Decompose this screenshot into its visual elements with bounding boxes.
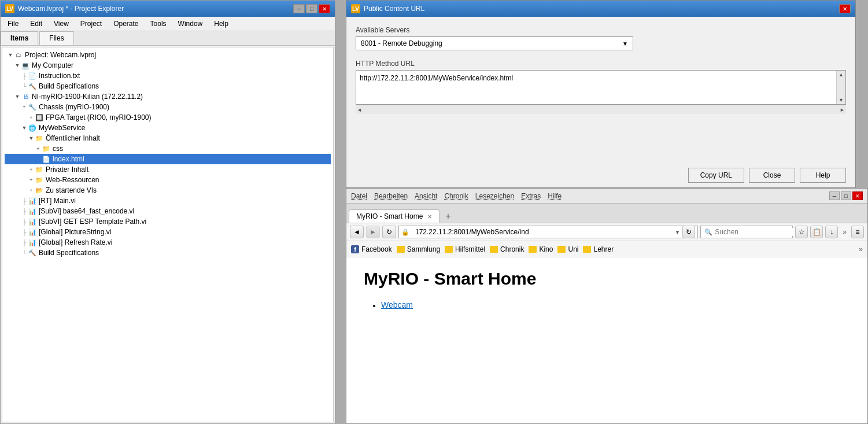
tree-item-css[interactable]: + 📁 css	[5, 143, 331, 154]
expand-webres[interactable]: +	[28, 176, 35, 183]
tree-item-instruction[interactable]: ├ 📄 Instruction.txt	[5, 71, 331, 81]
bookmark-uni[interactable]: Uni	[557, 245, 578, 253]
menu-project[interactable]: Project	[78, 19, 104, 29]
bookmark-kino[interactable]: Kino	[529, 245, 553, 253]
browser-minimize-button[interactable]: ─	[829, 191, 840, 200]
tab-close-icon[interactable]: ✕	[427, 213, 432, 220]
minimize-button[interactable]: ─	[293, 4, 305, 13]
menu-help[interactable]: Help	[212, 19, 231, 29]
close-button[interactable]: Close	[749, 168, 795, 183]
available-servers-dropdown[interactable]: 8001 - Remote Debugging ▼	[356, 36, 633, 50]
menu-hilfe[interactable]: Hilfe	[548, 192, 562, 200]
close-button[interactable]: ✕	[319, 4, 330, 13]
menu-view[interactable]: View	[51, 19, 71, 29]
url-scrollbar-horizontal[interactable]: ◄ ►	[356, 105, 846, 114]
bookmark-chronik[interactable]: Chronik	[490, 245, 524, 253]
tab-files[interactable]: Files	[39, 31, 73, 45]
expand-fpga[interactable]: +	[28, 114, 35, 121]
tree-item-startvi[interactable]: + 📂 Zu startende VIs	[5, 185, 331, 196]
expand-css[interactable]: +	[35, 145, 42, 152]
search-input[interactable]	[715, 228, 801, 236]
private-label: Privater Inhalt	[46, 165, 88, 174]
global2-icon: 📊	[28, 238, 37, 247]
menu-datei[interactable]: Datei	[351, 192, 367, 200]
menu-ansicht[interactable]: Ansicht	[415, 192, 437, 200]
copy-url-button[interactable]: Copy URL	[688, 168, 744, 183]
html-icon: 📄	[42, 154, 51, 164]
menu-extras[interactable]: Extras	[521, 192, 541, 200]
tree-item-buildspec2[interactable]: └ 🔨 Build Specifications	[5, 248, 331, 258]
menu-chronik[interactable]: Chronik	[444, 192, 468, 200]
menu-edit[interactable]: Edit	[28, 19, 45, 29]
dialog-close-x-button[interactable]: ✕	[839, 4, 851, 13]
menu-bearbeiten[interactable]: Bearbeiten	[374, 192, 408, 200]
expand-mycomputer[interactable]: ▼	[14, 62, 21, 69]
webcam-link[interactable]: Webcam	[381, 300, 413, 309]
tree-item-global1[interactable]: ├ 📊 [Global] PictureString.vi	[5, 227, 331, 237]
expand-project[interactable]: ▼	[7, 51, 14, 58]
tree-item-subvi2[interactable]: ├ 📊 [SubVI] GET ESP Template Path.vi	[5, 216, 331, 227]
forward-button[interactable]: ►	[366, 226, 380, 238]
help-button[interactable]: Help	[800, 168, 846, 183]
tree-item-buildspec1[interactable]: └ 🔨 Build Specifications	[5, 81, 331, 91]
project-explorer-titlebar: LV Webcam.lvproj * - Project Explorer ─ …	[1, 1, 335, 17]
tree-item-mycomputer[interactable]: ▼ 💻 My Computer	[5, 60, 331, 71]
tree-item-public[interactable]: ▼ 📁 Öffentlicher Inhalt	[5, 133, 331, 143]
menu-tools[interactable]: Tools	[148, 19, 169, 29]
connector: └	[21, 250, 28, 256]
folder-icon-5	[557, 246, 566, 253]
expand-startvi[interactable]: +	[28, 187, 35, 194]
tree-item-mainvi[interactable]: ├ 📊 [RT] Main.vi	[5, 196, 331, 206]
tab-items[interactable]: Items	[1, 31, 38, 45]
tree-item-subvi1[interactable]: ├ 📊 [SubVi] base64_fast_encode.vi	[5, 206, 331, 216]
url-text-box[interactable]: http://172.22.11.2:8001/MyWebService/ind…	[356, 70, 846, 105]
tree-item-project[interactable]: ▼ 🗂 Project: Webcam.lvproj	[5, 50, 331, 60]
buildspec1-label: Build Specifications	[39, 82, 99, 90]
project-tree[interactable]: ▼ 🗂 Project: Webcam.lvproj ▼ 💻 My Comput…	[2, 47, 334, 422]
connector: ├	[21, 73, 28, 79]
menu-window[interactable]: Window	[176, 19, 205, 29]
tree-item-webres[interactable]: + 📁 Web-Ressourcen	[5, 175, 331, 185]
browser-menu-button[interactable]: ≡	[851, 226, 864, 238]
new-tab-button[interactable]: +	[441, 210, 455, 223]
scroll-down-arrow[interactable]: ▼	[837, 96, 845, 104]
url-scrollbar-vertical[interactable]: ▲ ▼	[836, 71, 845, 104]
bookmark-lehrer[interactable]: Lehrer	[583, 245, 614, 253]
browser-maximize-button[interactable]: □	[841, 191, 851, 200]
scroll-left-arrow[interactable]: ◄	[356, 106, 363, 114]
expand-public[interactable]: ▼	[28, 135, 35, 142]
tree-item-chassis[interactable]: + 🔧 Chassis (myRIO-1900)	[5, 102, 331, 112]
maximize-button[interactable]: □	[306, 4, 317, 13]
tree-item-indexhtml[interactable]: 📄 index.html	[5, 154, 331, 164]
scroll-right-arrow[interactable]: ►	[839, 106, 846, 114]
refresh-small-button[interactable]: ↻	[682, 226, 695, 238]
bookmark-facebook[interactable]: f Facebook	[351, 245, 392, 253]
expand-chassis[interactable]: +	[21, 104, 28, 110]
menu-lesezeichen[interactable]: Lesezeichen	[475, 192, 514, 200]
back-button[interactable]: ◄	[350, 226, 364, 238]
expand-ni-myrio[interactable]: ▼	[14, 93, 21, 100]
instruction-label: Instruction.txt	[39, 72, 80, 80]
reload-button[interactable]: ↻	[382, 226, 396, 238]
bookmark-page-button[interactable]: 📋	[810, 226, 823, 238]
download-button[interactable]: ↓	[825, 226, 838, 238]
bookmark-sammlung[interactable]: Sammlung	[397, 245, 440, 253]
tree-item-fpga[interactable]: + 🔲 FPGA Target (RIO0, myRIO-1900)	[5, 112, 331, 123]
tree-item-global2[interactable]: ├ 📊 [Global] Refresh Rate.vi	[5, 237, 331, 248]
expand-webservice[interactable]: ▼	[21, 124, 28, 131]
browser-close-button[interactable]: ✕	[852, 191, 863, 200]
tree-item-ni-myrio[interactable]: ▼ 🖥 NI-myRIO-1900-Kilian (172.22.11.2)	[5, 91, 331, 102]
menu-operate[interactable]: Operate	[111, 19, 141, 29]
browser-tab-myrio[interactable]: MyRIO - Smart Home ✕	[349, 209, 439, 223]
address-dropdown-icon[interactable]: ▼	[674, 229, 680, 235]
tree-item-private[interactable]: + 📁 Privater Inhalt	[5, 164, 331, 175]
bookmark-star-button[interactable]: ☆	[795, 226, 808, 238]
address-input[interactable]	[412, 226, 672, 238]
more-tools-button[interactable]: »	[840, 227, 849, 237]
expand-private[interactable]: +	[28, 166, 35, 173]
more-bookmarks-button[interactable]: »	[859, 245, 863, 253]
tree-item-webservice[interactable]: ▼ 🌐 MyWebService	[5, 123, 331, 133]
scroll-up-arrow[interactable]: ▲	[837, 71, 845, 79]
menu-file[interactable]: File	[5, 19, 21, 29]
bookmark-hilfsmittel[interactable]: Hilfsmittel	[445, 245, 485, 253]
